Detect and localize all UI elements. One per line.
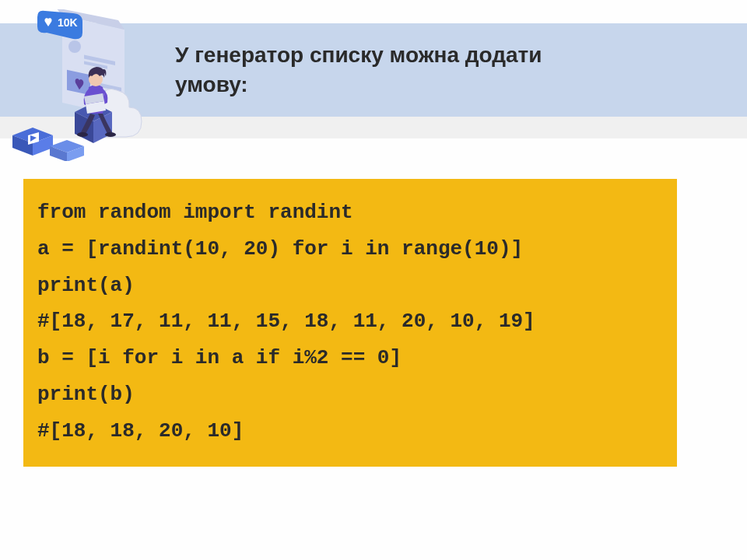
svg-point-21 xyxy=(105,132,116,137)
title-line-1: У генератор списку можна додати xyxy=(175,43,542,67)
code-line: print(a) xyxy=(37,268,663,304)
code-line: from random import randint xyxy=(37,194,663,231)
code-block: from random import randint a = [randint(… xyxy=(23,179,677,467)
title-line-2: умову: xyxy=(175,72,248,96)
code-line: b = [i for i in a if i%2 == 0] xyxy=(37,340,663,376)
like-badge-icon: 10K xyxy=(37,11,82,40)
play-tile-icon xyxy=(12,128,53,156)
code-line: print(b) xyxy=(37,376,663,413)
badge-text: 10K xyxy=(58,16,78,29)
code-line: #[18, 17, 11, 11, 15, 18, 11, 20, 10, 19… xyxy=(37,303,663,340)
code-line: a = [randint(10, 20) for i in range(10)] xyxy=(37,231,663,268)
code-line: #[18, 18, 20, 10] xyxy=(37,413,663,450)
illustration-svg: 10K xyxy=(8,9,152,161)
social-media-illustration: 10K xyxy=(8,9,152,161)
image-tile-icon xyxy=(50,140,84,161)
page-title: У генератор списку можна додати умову: xyxy=(175,40,605,100)
svg-point-20 xyxy=(77,132,88,137)
svg-point-2 xyxy=(68,40,81,53)
